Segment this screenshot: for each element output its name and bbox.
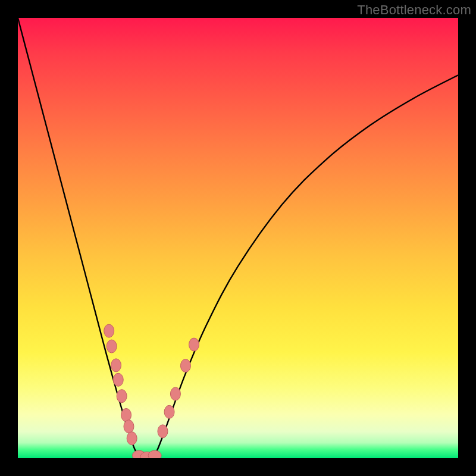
curve-bead [164, 405, 174, 418]
curve-bead [104, 324, 114, 337]
curve-bead [148, 450, 161, 458]
curve-bead [189, 338, 199, 351]
bottleneck-curve-svg [18, 18, 458, 458]
curve-bead [113, 373, 123, 386]
curve-bead [121, 408, 131, 421]
curve-bead [111, 359, 121, 372]
curve-bead [124, 420, 134, 433]
watermark-label: TheBottleneck.com [357, 2, 471, 18]
chart-frame: TheBottleneck.com [0, 0, 476, 476]
curve-bead [170, 387, 180, 400]
curve-beads [104, 324, 199, 458]
curve-bead [117, 390, 127, 403]
curve-bead [127, 432, 137, 445]
plot-area [18, 18, 458, 458]
curve-bead [158, 425, 168, 438]
curve-bead [107, 340, 117, 353]
curve-bead [180, 359, 190, 372]
bottleneck-curve [18, 18, 458, 458]
